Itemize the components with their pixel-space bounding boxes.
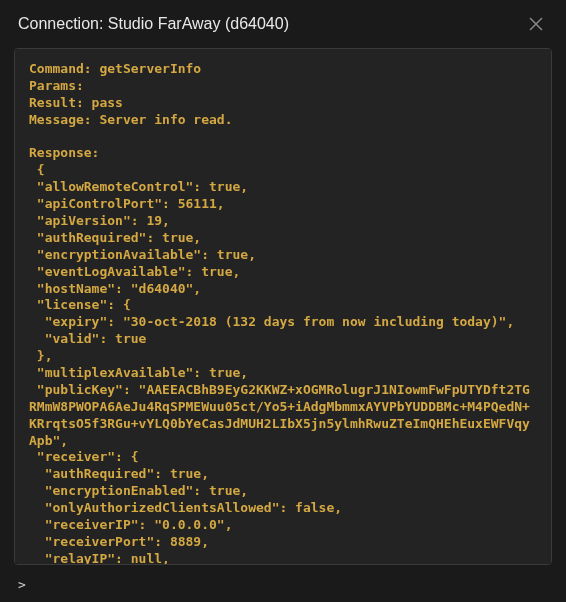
- console-output-panel[interactable]: Command: getServerInfo Params: Result: p…: [14, 48, 552, 565]
- close-icon: [528, 16, 544, 32]
- prompt-symbol: >: [18, 577, 26, 592]
- window-title: Connection: Studio FarAway (d64040): [18, 15, 289, 33]
- console-text: Command: getServerInfo Params: Result: p…: [29, 61, 537, 565]
- command-prompt-row: >: [0, 571, 566, 602]
- titlebar: Connection: Studio FarAway (d64040): [0, 0, 566, 48]
- dialog-window: Connection: Studio FarAway (d64040) Comm…: [0, 0, 566, 602]
- close-button[interactable]: [524, 12, 548, 36]
- command-input[interactable]: [32, 577, 548, 592]
